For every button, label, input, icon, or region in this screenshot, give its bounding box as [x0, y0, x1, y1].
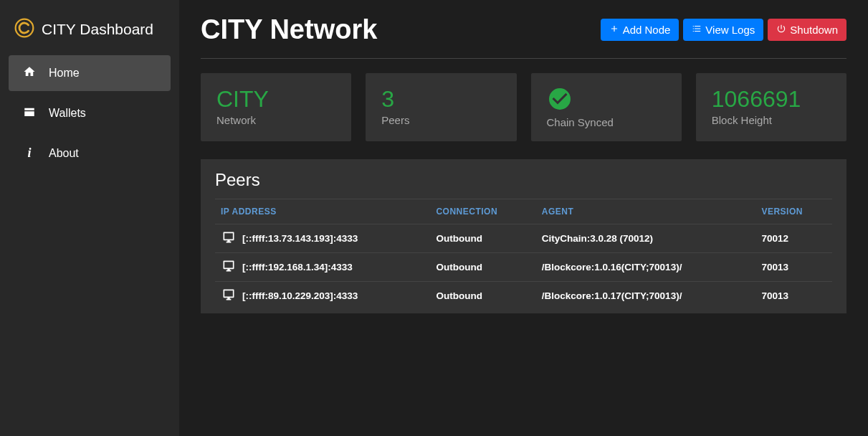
svg-rect-2	[24, 111, 34, 116]
monitor-icon	[221, 259, 237, 275]
wallets-icon	[23, 105, 36, 121]
main-content: CITY Network Add Node View Logs Shutdown	[179, 0, 868, 436]
cell-agent: /Blockcore:1.0.17(CITY;70013)/	[536, 282, 756, 311]
cell-agent: /Blockcore:1.0.16(CITY;70013)/	[536, 253, 756, 282]
card-value: 1066691	[712, 86, 831, 113]
col-ip: IP ADDRESS	[215, 199, 430, 224]
cell-ip: [::ffff:89.10.229.203]:4333	[215, 282, 430, 311]
cell-connection: Outbound	[430, 282, 535, 311]
sidebar-item-label: About	[49, 147, 79, 160]
sidebar-item-label: Home	[49, 67, 80, 80]
cell-connection: Outbound	[430, 224, 535, 253]
cell-version: 70013	[755, 253, 832, 282]
button-label: Add Node	[623, 24, 671, 36]
cell-version: 70012	[755, 224, 832, 253]
add-node-button[interactable]: Add Node	[601, 19, 679, 41]
card-label: Chain Synced	[547, 116, 666, 128]
shutdown-button[interactable]: Shutdown	[768, 19, 846, 41]
sidebar-item-wallets[interactable]: Wallets	[9, 95, 171, 131]
peers-card: 3 Peers	[366, 73, 516, 141]
list-icon	[692, 24, 702, 36]
monitor-icon	[221, 288, 237, 304]
sidebar-item-about[interactable]: i About	[9, 136, 171, 171]
col-version: VERSION	[755, 199, 832, 224]
card-label: Peers	[381, 114, 500, 126]
monitor-icon	[221, 230, 237, 247]
brand-text: CITY Dashboard	[42, 21, 153, 38]
page-header: CITY Network Add Node View Logs Shutdown	[201, 14, 846, 59]
sync-card: Chain Synced	[531, 73, 682, 141]
home-icon	[23, 65, 36, 81]
cell-ip: [::ffff:13.73.143.193]:4333	[215, 224, 430, 253]
peers-panel: Peers IP ADDRESS CONNECTION AGENT VERSIO…	[201, 159, 846, 313]
view-logs-button[interactable]: View Logs	[683, 19, 763, 41]
card-value: CITY	[216, 86, 335, 113]
svg-point-0	[16, 19, 34, 37]
peers-table: IP ADDRESS CONNECTION AGENT VERSION [::f…	[215, 199, 832, 310]
panel-title: Peers	[215, 170, 832, 190]
brand-logo-icon	[14, 18, 34, 41]
cell-ip: [::ffff:192.168.1.34]:4333	[215, 253, 430, 282]
header-actions: Add Node View Logs Shutdown	[601, 19, 846, 41]
sidebar-item-label: Wallets	[49, 107, 86, 120]
col-agent: AGENT	[536, 199, 756, 224]
nav-list: Home Wallets i About	[0, 55, 179, 171]
svg-rect-1	[24, 108, 34, 110]
height-card: 1066691 Block Height	[696, 73, 846, 141]
ip-text: [::ffff:192.168.1.34]:4333	[242, 262, 353, 272]
power-icon	[776, 24, 786, 36]
card-label: Block Height	[712, 114, 831, 126]
card-label: Network	[216, 114, 335, 126]
ip-text: [::ffff:89.10.229.203]:4333	[242, 290, 358, 301]
check-circle-icon	[547, 86, 666, 116]
cell-agent: CityChain:3.0.28 (70012)	[536, 224, 756, 253]
sidebar-item-home[interactable]: Home	[9, 55, 171, 91]
ip-text: [::ffff:13.73.143.193]:4333	[242, 233, 358, 244]
network-card: CITY Network	[201, 73, 351, 141]
info-icon: i	[23, 146, 36, 161]
plus-icon	[609, 24, 619, 36]
button-label: View Logs	[705, 24, 755, 36]
cell-connection: Outbound	[430, 253, 535, 282]
col-connection: CONNECTION	[430, 199, 535, 224]
button-label: Shutdown	[790, 24, 838, 36]
page-title: CITY Network	[201, 14, 377, 45]
card-value: 3	[381, 86, 500, 113]
cell-version: 70013	[755, 282, 832, 311]
brand: CITY Dashboard	[0, 11, 179, 55]
status-cards: CITY Network 3 Peers Chain Synced 106669…	[201, 73, 846, 141]
table-row: [::ffff:13.73.143.193]:4333OutboundCityC…	[215, 224, 832, 253]
sidebar: CITY Dashboard Home Wallets i About	[0, 0, 179, 436]
table-row: [::ffff:89.10.229.203]:4333Outbound/Bloc…	[215, 282, 832, 311]
table-row: [::ffff:192.168.1.34]:4333Outbound/Block…	[215, 253, 832, 282]
